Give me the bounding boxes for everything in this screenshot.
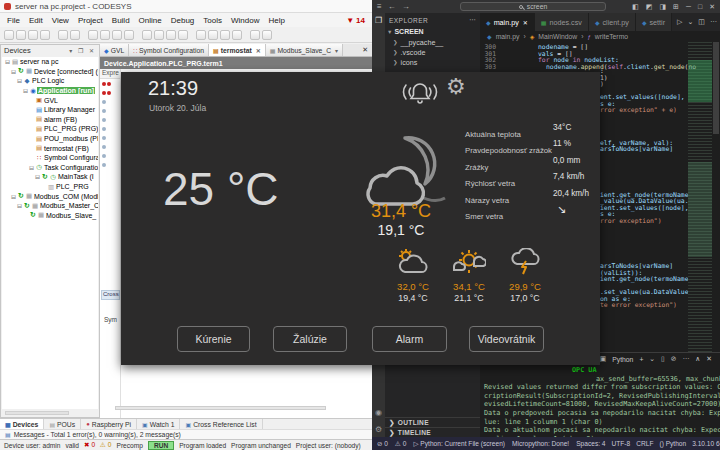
close-icon[interactable]: ✕ xyxy=(709,3,715,11)
minimize-icon[interactable]: ─ xyxy=(686,3,691,11)
editor-vscrollbar[interactable] xyxy=(712,42,720,352)
toggle-sidebar-icon[interactable]: ◧ xyxy=(632,3,639,11)
toolbar-icon[interactable] xyxy=(220,30,230,40)
menu-item-project[interactable]: Project xyxy=(78,16,103,25)
video-doorbell-button[interactable]: Videovrátnik xyxy=(469,326,544,352)
blinds-button[interactable]: Žalúzie xyxy=(273,326,347,352)
tree-item[interactable]: ▣GVL xyxy=(2,95,98,105)
devices-panel-header-icons[interactable]: ▾ ❐ ✕ xyxy=(69,47,96,54)
toolbar-icon[interactable] xyxy=(250,30,260,40)
forward-icon[interactable]: → xyxy=(402,2,410,11)
run-button[interactable]: ▷ xyxy=(677,18,682,26)
editor-hscrollbar[interactable] xyxy=(115,406,326,410)
back-icon[interactable]: ← xyxy=(388,2,396,11)
toolbar-icon[interactable] xyxy=(100,30,110,40)
tree-item[interactable]: ⊟◆PLC Logic xyxy=(2,76,98,86)
breadcrumb-item[interactable]: writeTermo xyxy=(595,33,628,40)
editor-tab-modbus-slave-c[interactable]: ▦Modbus_Slave_C▾ xyxy=(266,44,343,56)
alarm-button[interactable]: Alarm xyxy=(372,326,447,352)
editor-tab-symbol-configuration[interactable]: ∷Symbol Configuration xyxy=(129,44,209,56)
editor-tab-settir[interactable]: ◆settir xyxy=(636,13,672,31)
terminal-output[interactable]: OPC UAax_send_buffer=65536, max_chunk_co… xyxy=(480,365,720,437)
tree-item[interactable]: ∷Symbol Configurati xyxy=(2,153,98,163)
tree-expander[interactable]: ⊟ xyxy=(22,87,29,94)
tree-item[interactable]: ▤alarm (FB) xyxy=(2,115,98,125)
tree-item[interactable]: ⊟↻◷MainTask (I xyxy=(2,172,98,182)
toolbar-icon[interactable] xyxy=(142,30,152,40)
tree-expander[interactable]: ⊟ xyxy=(10,193,17,200)
tabstrip-close[interactable]: ✕ xyxy=(358,44,372,56)
toggle-panel-icon[interactable]: ◩ xyxy=(646,3,653,11)
settings-gear-icon[interactable]: ⚙ xyxy=(446,74,466,100)
status-errors[interactable]: ⊘ 0 xyxy=(377,440,388,448)
new-terminal-icon[interactable]: + xyxy=(639,356,643,363)
toolbar-icon[interactable] xyxy=(16,30,26,40)
sidebar-section-outline[interactable]: ❯OUTLINE xyxy=(385,417,480,427)
tree-item[interactable]: ▤Library Manager xyxy=(2,105,98,115)
toolbar-icon[interactable] xyxy=(40,30,50,40)
terminal-dropdown-icon[interactable]: ⌄ xyxy=(649,355,655,363)
split-editor-icon[interactable]: ◫ xyxy=(698,18,705,26)
tree-item[interactable]: ▤POU_modbus (PRG xyxy=(2,134,98,144)
toolbar-icon[interactable] xyxy=(166,30,176,40)
menu-item-view[interactable]: View xyxy=(52,16,69,25)
menu-item-online[interactable]: Online xyxy=(139,16,162,25)
command-search-box[interactable]: screen xyxy=(460,2,606,11)
editor-tab-nodes-csv[interactable]: ▦nodes.csv xyxy=(535,13,589,31)
tree-item[interactable]: ⊟▤server na pc xyxy=(2,57,98,67)
editor-tab-gvl[interactable]: ◆GVL xyxy=(100,44,129,56)
menu-item-build[interactable]: Build xyxy=(112,16,130,25)
filter-badge[interactable]: ▼14 xyxy=(346,16,365,25)
explorer-item--vscode[interactable]: ❯.vscode xyxy=(385,47,480,57)
alarm-bell-icon[interactable] xyxy=(400,80,440,110)
tree-item[interactable]: ⊟↻▦Modbus_Master_CC xyxy=(2,201,98,211)
tree-item[interactable]: ⊟◉Application [run] xyxy=(2,86,98,96)
python-version[interactable]: 3.10.10 64-bit xyxy=(692,440,720,447)
tree-expander[interactable]: ⊟ xyxy=(16,202,23,209)
menu-item-edit[interactable]: Edit xyxy=(29,16,43,25)
layouts-icon[interactable]: ⊞ xyxy=(673,3,679,11)
tree-expander[interactable]: ⊟ xyxy=(16,77,23,84)
view-tab-pous[interactable]: ▤POUs xyxy=(44,419,81,429)
micropython-status[interactable]: Micropython: Done! xyxy=(512,440,569,447)
toolbar-icon[interactable] xyxy=(208,30,218,40)
encoding-setting[interactable]: UTF-8 xyxy=(612,440,631,447)
explorer-more-icon[interactable]: ⋯ xyxy=(469,16,476,24)
editor-tab-main-py[interactable]: ◆main.py✕ xyxy=(480,13,535,31)
tree-expander[interactable]: ⊟ xyxy=(4,58,11,65)
run-dropdown-icon[interactable]: ⌄ xyxy=(687,18,693,26)
sidebar-section-timeline[interactable]: ❯TIMELINE xyxy=(385,427,480,437)
menu-item-tools[interactable]: Tools xyxy=(203,16,222,25)
indent-setting[interactable]: Spaces: 4 xyxy=(576,440,605,447)
tree-item[interactable]: ▤termostat (FB) xyxy=(2,143,98,153)
editor-tab-termostat[interactable]: ▤termostat✕ xyxy=(209,44,266,56)
view-tab-cross-reference-list[interactable]: ▣Cross Reference List xyxy=(180,419,262,429)
run-python-file[interactable]: ▷ Python: Current File (screen) xyxy=(413,440,505,448)
tree-item[interactable]: ⊟◷Task Configuratio xyxy=(2,163,98,173)
toolbar-icon[interactable] xyxy=(232,30,242,40)
tab-caret-icon[interactable]: ▾ xyxy=(335,47,338,54)
menu-item-debug[interactable]: Debug xyxy=(171,16,195,25)
explorer-icon[interactable]: ❐ xyxy=(375,16,382,25)
explorer-section-screen[interactable]: ▼ SCREEN xyxy=(385,26,480,37)
minimap[interactable] xyxy=(688,42,712,352)
toolbar-icon[interactable] xyxy=(70,30,80,40)
terminal-tab-label[interactable]: Python xyxy=(612,356,633,363)
toolbar-icon[interactable] xyxy=(124,30,134,40)
menu-item-file[interactable]: File xyxy=(7,16,20,25)
eol-setting[interactable]: CRLF xyxy=(636,440,653,447)
maximize-icon[interactable]: □ xyxy=(698,3,702,11)
menu-item-window[interactable]: Window xyxy=(231,16,259,25)
menu-item-help[interactable]: Help xyxy=(268,16,284,25)
editor-tab-client-py[interactable]: ◆client.py xyxy=(589,13,636,31)
toolbar-icon[interactable] xyxy=(154,30,164,40)
tree-expander[interactable]: ⊟ xyxy=(34,173,41,180)
tab-close-icon[interactable]: ✕ xyxy=(523,19,528,26)
view-tab-watch-1[interactable]: ▣Watch 1 xyxy=(137,419,180,429)
maximize-panel-icon[interactable]: ∧ xyxy=(695,355,700,363)
tree-item[interactable]: ⊟↻▦Device [connected] (CODES xyxy=(2,67,98,77)
tree-expander[interactable]: ⊟ xyxy=(28,164,35,171)
tab-close-icon[interactable]: ✕ xyxy=(256,47,261,54)
breadcrumb-item[interactable]: MainWindow xyxy=(538,33,577,40)
menu-icon[interactable]: ≡ xyxy=(377,2,382,11)
